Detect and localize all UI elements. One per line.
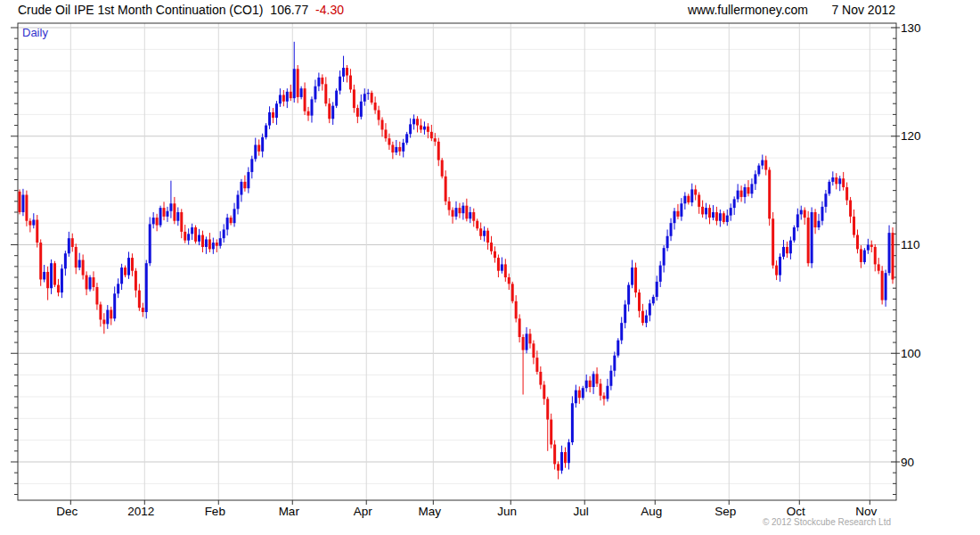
candle-down: [786, 247, 788, 253]
candle-up: [78, 260, 81, 268]
x-axis-month-label: Feb: [205, 505, 225, 518]
candle-down: [532, 343, 535, 358]
candle-down: [602, 396, 605, 399]
candle-up: [575, 391, 577, 404]
y-axis-label: 120: [901, 129, 921, 143]
candle-up: [198, 235, 200, 242]
x-axis-month-label: Aug: [641, 505, 662, 518]
candle-down: [465, 206, 468, 219]
candle-up: [275, 103, 278, 118]
candle-up: [64, 253, 67, 268]
candle-down: [142, 308, 144, 312]
candle-down: [110, 310, 112, 319]
candle-down: [860, 249, 862, 262]
candle-up: [205, 239, 208, 247]
candle-down: [638, 292, 641, 311]
candle-up: [250, 159, 253, 172]
candle-up: [888, 233, 891, 273]
candle-down: [163, 208, 166, 217]
candle-down: [698, 194, 700, 206]
candle-down: [694, 189, 697, 194]
candle-down: [550, 420, 552, 445]
candle-down: [194, 227, 197, 242]
candle-up: [670, 223, 673, 236]
candle-up: [159, 208, 162, 225]
candle-up: [838, 178, 841, 184]
candle-down: [388, 138, 390, 144]
candle-up: [831, 177, 834, 182]
candle-down: [564, 452, 567, 463]
candle-down: [589, 381, 592, 387]
candle-up: [761, 160, 764, 166]
candle-down: [374, 103, 377, 111]
candle-up: [423, 127, 426, 130]
candle-up: [571, 403, 574, 442]
candle-up: [793, 227, 796, 241]
candle-up: [779, 257, 781, 276]
candle-down: [19, 192, 21, 212]
candle-up: [191, 227, 193, 234]
candle-up: [106, 310, 109, 325]
candle-down: [539, 372, 542, 385]
candle-up: [261, 137, 264, 152]
candle-down: [92, 277, 94, 287]
candle-down: [835, 177, 837, 184]
candle-up: [828, 182, 830, 193]
candle-down: [46, 272, 49, 288]
candle-down: [747, 187, 749, 193]
candle-up: [279, 95, 282, 103]
candle-up: [750, 184, 753, 193]
candle-up: [789, 241, 792, 254]
candle-down: [135, 271, 137, 291]
candle-up: [885, 273, 887, 300]
candle-up: [624, 304, 626, 323]
candle-down: [600, 383, 602, 395]
candle-up: [360, 102, 363, 117]
candle-down: [356, 108, 359, 117]
candle-down: [508, 277, 510, 284]
candle-down: [535, 358, 538, 372]
candle-up: [61, 268, 63, 292]
candle-up: [568, 442, 570, 463]
candle-down: [378, 111, 380, 120]
candle-down: [304, 88, 306, 111]
candle-up: [737, 191, 739, 200]
candle-down: [528, 333, 531, 343]
candle-down: [53, 263, 56, 284]
candle-down: [441, 160, 444, 177]
candle-down: [420, 126, 422, 130]
candle-up: [461, 206, 464, 214]
candle-up: [733, 199, 736, 208]
candle-down: [321, 78, 323, 84]
candle-down: [845, 187, 848, 201]
candle-up: [824, 193, 827, 207]
candle-down: [452, 210, 454, 217]
candle-up: [645, 316, 648, 324]
candle-down: [511, 284, 514, 300]
candle-down: [184, 232, 186, 241]
candle-down: [543, 385, 545, 399]
candle-down: [856, 235, 859, 250]
candle-up: [757, 166, 760, 175]
candle-up: [335, 91, 338, 106]
candle-up: [120, 268, 123, 284]
candle-down: [99, 304, 102, 319]
candlestick-chart: Dec2012FebMarAprMayJunJulAugSepOctNov130…: [0, 0, 980, 535]
candle-up: [560, 452, 563, 471]
candle-down: [870, 245, 873, 247]
candle-up: [649, 303, 651, 315]
candle-down: [494, 251, 496, 258]
candle-down: [578, 391, 581, 399]
candle-up: [268, 112, 271, 126]
candle-up: [265, 126, 267, 137]
candle-down: [272, 112, 274, 118]
candle-down: [434, 138, 437, 142]
candle-up: [680, 203, 682, 217]
candle-down: [490, 243, 493, 251]
candle-up: [247, 172, 249, 188]
y-axis-label: 100: [901, 347, 921, 360]
candle-down: [515, 301, 518, 318]
candle-down: [427, 127, 429, 132]
y-axis-label: 90: [901, 456, 914, 469]
candle-down: [874, 247, 877, 264]
